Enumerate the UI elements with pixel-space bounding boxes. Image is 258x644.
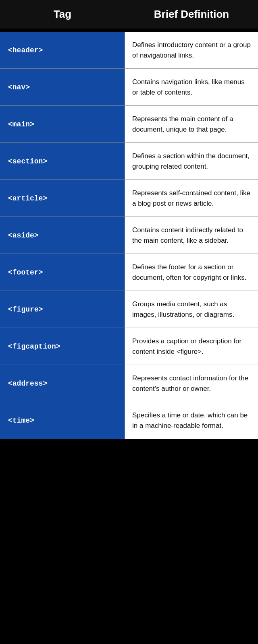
table-row: <aside>Contains content indirectly relat… xyxy=(0,217,258,254)
definition-cell: Specifies a time or date, which can be i… xyxy=(125,402,258,439)
tag-cell: <figure> xyxy=(0,291,125,328)
definition-cell: Contains content indirectly related to t… xyxy=(125,217,258,254)
tag-cell: <aside> xyxy=(0,217,125,254)
table-row: <header>Defines introductory content or … xyxy=(0,32,258,69)
column-header-tag: Tag xyxy=(0,8,125,21)
tag-cell: <section> xyxy=(0,143,125,180)
definition-cell: Represents contact information for the c… xyxy=(125,365,258,402)
table-row: <article>Represents self-contained conte… xyxy=(0,180,258,217)
definition-cell: Defines introductory content or a group … xyxy=(125,32,258,68)
definition-cell: Defines the footer for a section or docu… xyxy=(125,254,258,291)
html-tags-table: Tag Brief Definition <header>Defines int… xyxy=(0,0,258,439)
tag-cell: <article> xyxy=(0,180,125,217)
tag-cell: <header> xyxy=(0,32,125,68)
definition-cell: Represents self-contained content, like … xyxy=(125,180,258,217)
definition-cell: Defines a section within the document, g… xyxy=(125,143,258,180)
definition-cell: Represents the main content of a documen… xyxy=(125,106,258,142)
table-row: <figcaption>Provides a caption or descri… xyxy=(0,328,258,365)
table-row: <figure>Groups media content, such as im… xyxy=(0,291,258,328)
column-header-definition: Brief Definition xyxy=(125,8,258,21)
table-row: <footer>Defines the footer for a section… xyxy=(0,254,258,291)
tag-cell: <footer> xyxy=(0,254,125,291)
definition-cell: Provides a caption or description for co… xyxy=(125,328,258,365)
tag-cell: <address> xyxy=(0,365,125,402)
tag-cell: <figcaption> xyxy=(0,328,125,365)
table-header: Tag Brief Definition xyxy=(0,0,258,29)
definition-cell: Groups media content, such as images, il… xyxy=(125,291,258,328)
table-row: <main>Represents the main content of a d… xyxy=(0,106,258,143)
table-body: <header>Defines introductory content or … xyxy=(0,32,258,439)
table-row: <nav>Contains navigation links, like men… xyxy=(0,69,258,106)
header-divider xyxy=(0,29,258,32)
table-row: <time>Specifies a time or date, which ca… xyxy=(0,402,258,439)
definition-cell: Contains navigation links, like menus or… xyxy=(125,69,258,105)
tag-cell: <nav> xyxy=(0,69,125,105)
tag-cell: <time> xyxy=(0,402,125,439)
table-row: <address>Represents contact information … xyxy=(0,365,258,402)
tag-cell: <main> xyxy=(0,106,125,142)
table-row: <section>Defines a section within the do… xyxy=(0,143,258,180)
